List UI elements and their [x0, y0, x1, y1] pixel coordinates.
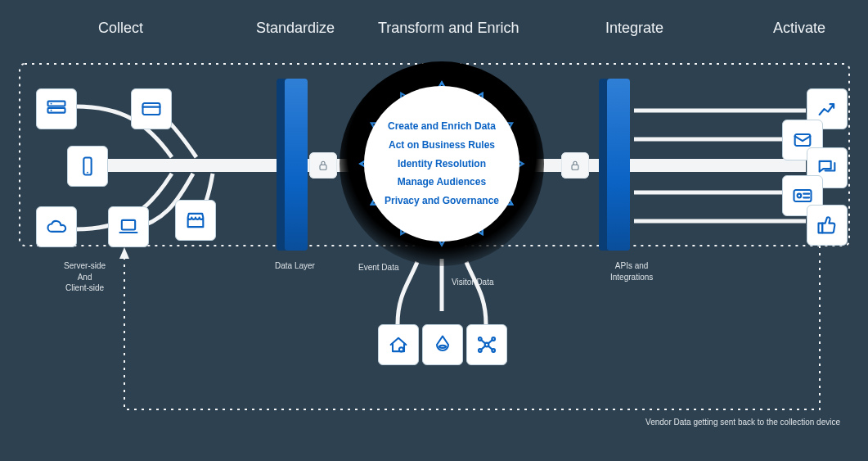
stage-title-transform: Transform and Enrich — [378, 20, 519, 37]
standardize-panel — [285, 79, 308, 251]
lock-icon — [309, 152, 337, 179]
laptop-icon — [108, 206, 149, 247]
first-party-data-icon — [378, 324, 419, 365]
graph-network-icon — [466, 324, 507, 365]
cloud-icon — [36, 206, 77, 247]
svg-point-15 — [87, 172, 88, 174]
thumbs-up-icon — [807, 205, 848, 246]
standardize-sub-label: Data Layer — [275, 260, 315, 272]
event-data-label: Event Data — [358, 262, 398, 273]
integrate-panel — [607, 79, 630, 251]
credit-card-icon — [131, 88, 172, 129]
core-circle: Create and Enrich Data Act on Business R… — [340, 61, 544, 266]
svg-marker-7 — [119, 247, 129, 259]
lock-icon — [561, 152, 589, 179]
visitor-data-label: Visitor Data — [452, 277, 494, 288]
svg-point-11 — [51, 110, 52, 111]
core-capabilities-list: Create and Enrich Data Act on Business R… — [385, 117, 499, 210]
server-icon — [36, 88, 77, 129]
stage-title-collect: Collect — [98, 20, 143, 37]
data-store-icon — [422, 324, 463, 365]
svg-point-25 — [439, 346, 446, 348]
smartphone-icon — [67, 146, 108, 187]
svg-point-34 — [798, 194, 802, 198]
svg-rect-12 — [143, 103, 160, 115]
stage-title-standardize: Standardize — [256, 20, 335, 37]
svg-rect-16 — [122, 220, 135, 230]
footer-note: Vendor Data getting sent back to the col… — [645, 418, 840, 427]
stage-title-activate: Activate — [773, 20, 825, 37]
svg-rect-17 — [320, 165, 326, 169]
svg-point-24 — [399, 347, 403, 351]
integrate-sub-label: APIs and Integrations — [610, 260, 653, 282]
svg-rect-31 — [572, 165, 578, 169]
storefront-icon — [175, 200, 216, 241]
svg-point-10 — [51, 103, 52, 105]
stage-title-integrate: Integrate — [605, 20, 663, 37]
collect-sub-label: Server-side And Client-side — [64, 260, 106, 294]
